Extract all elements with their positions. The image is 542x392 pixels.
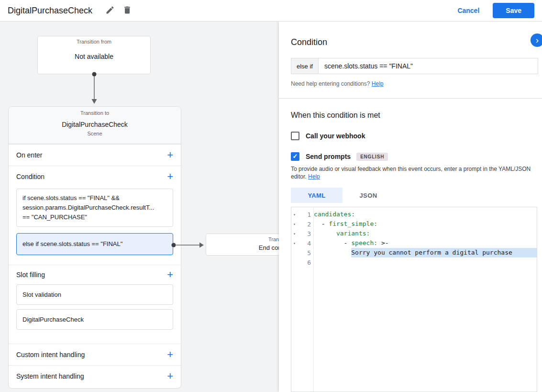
- gutter-row: ▾ 4: [291, 238, 313, 248]
- send-prompts-checkbox[interactable]: ✓: [291, 152, 299, 161]
- add-custom-intent-button[interactable]: +: [167, 349, 173, 360]
- webhook-checkbox[interactable]: [291, 132, 299, 140]
- transition-to-label: Transition to: [9, 110, 181, 116]
- slot-name-box[interactable]: DigitalPurchaseCheck: [16, 309, 173, 330]
- condition-row[interactable]: Condition +: [9, 166, 181, 187]
- send-prompts-option-row: ✓ Send prompts ENGLISH: [291, 152, 538, 161]
- code-line-selected[interactable]: Sorry you cannot perform a digital purch…: [314, 248, 537, 258]
- code-line[interactable]: variants:: [314, 229, 537, 238]
- editor-code-area[interactable]: candidates: - first_simple: variants: - …: [314, 207, 537, 392]
- gutter-row: ▾ 1: [291, 210, 313, 219]
- check-icon: ✓: [293, 153, 298, 160]
- cancel-button[interactable]: Cancel: [457, 7, 479, 14]
- prompt-hint-help-link[interactable]: Help: [308, 173, 320, 180]
- add-system-intent-button[interactable]: +: [167, 371, 173, 381]
- slot-validation-box[interactable]: Slot validation: [16, 284, 173, 305]
- code-line[interactable]: [314, 258, 537, 267]
- section-condition: Condition + if scene.slots.status == "FI…: [9, 166, 181, 265]
- condition-if-box[interactable]: if scene.slots.status == "FINAL" && sess…: [16, 189, 173, 227]
- webhook-label[interactable]: Call your webhook: [306, 132, 365, 140]
- scene-type: Scene: [9, 131, 181, 136]
- system-intent-row[interactable]: System intent handling +: [9, 366, 181, 387]
- collapse-panel-button[interactable]: ›: [531, 34, 542, 47]
- section-custom-intent: Custom intent handling +: [9, 344, 181, 365]
- pencil-icon: [105, 5, 115, 16]
- section-on-enter: On enter +: [9, 144, 181, 166]
- line-number: 2: [300, 221, 311, 228]
- trash-icon: [122, 5, 132, 16]
- tab-yaml[interactable]: YAML: [291, 188, 343, 203]
- gutter-row: ▾ 2: [291, 219, 313, 229]
- panel-divider: [279, 98, 542, 99]
- gutter-row: ▾ 3: [291, 229, 313, 238]
- slot-filling-label: Slot filling: [16, 271, 45, 279]
- add-icon: +: [167, 348, 173, 360]
- condition-help-line: Need help entering conditions? Help: [291, 80, 538, 87]
- code-line[interactable]: - first_simple:: [314, 219, 537, 229]
- prompt-hint-text: To provide audio or visual feedback when…: [291, 166, 531, 180]
- transition-from-node[interactable]: Transition from Not available: [37, 36, 151, 74]
- condition-if-line: == "CAN_PURCHASE": [22, 213, 167, 222]
- scene-card-header: Transition to DigitalPurchaseCheck Scene: [9, 107, 181, 144]
- add-slot-button[interactable]: +: [167, 269, 173, 280]
- fold-icon[interactable]: ▾: [293, 222, 300, 226]
- add-icon: +: [167, 149, 173, 161]
- condition-if-line: session.params.DigitalPurchaseCheck.resu…: [22, 203, 167, 213]
- tab-json[interactable]: JSON: [343, 188, 394, 203]
- arrowhead-down-icon: [92, 99, 97, 104]
- scene-name: DigitalPurchaseCheck: [9, 121, 181, 128]
- yaml-editor: ▾ 1 ▾ 2 ▾ 3 ▾ 4 5: [291, 207, 537, 392]
- delete-scene-button[interactable]: [119, 2, 135, 19]
- custom-intent-row[interactable]: Custom intent handling +: [9, 344, 181, 365]
- condition-label: Condition: [16, 173, 44, 180]
- gutter-row: 5: [291, 248, 313, 258]
- line-number: 3: [300, 230, 311, 237]
- fold-icon[interactable]: ▾: [293, 213, 300, 217]
- on-enter-label: On enter: [16, 151, 42, 159]
- line-number: 1: [300, 211, 311, 218]
- elseif-prefix-chip: else if: [291, 58, 319, 74]
- condition-expression-input[interactable]: [319, 58, 538, 74]
- fold-icon[interactable]: ▾: [293, 241, 300, 246]
- prompt-hint: To provide audio or visual feedback when…: [291, 165, 534, 180]
- line-number: 5: [300, 249, 311, 257]
- on-enter-row[interactable]: On enter +: [9, 145, 181, 166]
- custom-intent-label: Custom intent handling: [16, 351, 85, 358]
- editor-gutter: ▾ 1 ▾ 2 ▾ 3 ▾ 4 5: [291, 207, 314, 392]
- code-line[interactable]: candidates:: [314, 210, 537, 219]
- scene-card: Transition to DigitalPurchaseCheck Scene…: [8, 106, 181, 389]
- app-header: DigitalPurchaseCheck Cancel Save: [0, 0, 542, 22]
- page-title: DigitalPurchaseCheck: [8, 6, 92, 16]
- condition-met-heading: When this condition is met: [291, 111, 538, 120]
- gutter-row: 6: [291, 258, 313, 267]
- condition-help-link[interactable]: Help: [372, 80, 384, 87]
- panel-title: Condition: [291, 37, 538, 47]
- transition-from-value: Not available: [38, 53, 150, 60]
- fold-icon[interactable]: ▾: [293, 232, 300, 236]
- chevron-right-icon: ›: [536, 35, 539, 45]
- add-on-enter-button[interactable]: +: [167, 150, 173, 160]
- section-slot-filling: Slot filling + Slot validation DigitalPu…: [9, 265, 181, 344]
- condition-elseif-box[interactable]: else if scene.slots.status == "FINAL": [16, 233, 173, 255]
- arrowhead-right-icon: [199, 243, 204, 248]
- system-intent-label: System intent handling: [16, 372, 84, 380]
- code-line[interactable]: - speech: >-: [314, 238, 537, 248]
- line-number: 6: [300, 259, 311, 266]
- add-condition-button[interactable]: +: [167, 171, 173, 182]
- selected-text: Sorry you cannot perform a digital purch…: [351, 248, 537, 258]
- slot-filling-row[interactable]: Slot filling +: [9, 265, 181, 284]
- add-icon: +: [167, 370, 173, 382]
- save-button[interactable]: Save: [493, 3, 534, 18]
- slot-name-text: DigitalPurchaseCheck: [22, 316, 84, 323]
- send-prompts-label[interactable]: Send prompts: [306, 153, 351, 160]
- transition-from-label: Transition from: [38, 36, 150, 45]
- condition-expression-field: else if: [291, 58, 538, 74]
- line-number: 4: [300, 240, 311, 247]
- slot-validation-text: Slot validation: [22, 291, 61, 298]
- edit-title-button[interactable]: [102, 2, 118, 19]
- editor-tabs: YAML JSON: [291, 188, 538, 203]
- app-window: DigitalPurchaseCheck Cancel Save Transit…: [0, 0, 542, 392]
- webhook-option-row: Call your webhook: [291, 132, 538, 140]
- condition-detail-panel: › Condition else if Need help entering c…: [279, 22, 542, 392]
- condition-help-text: Need help entering conditions?: [291, 80, 370, 87]
